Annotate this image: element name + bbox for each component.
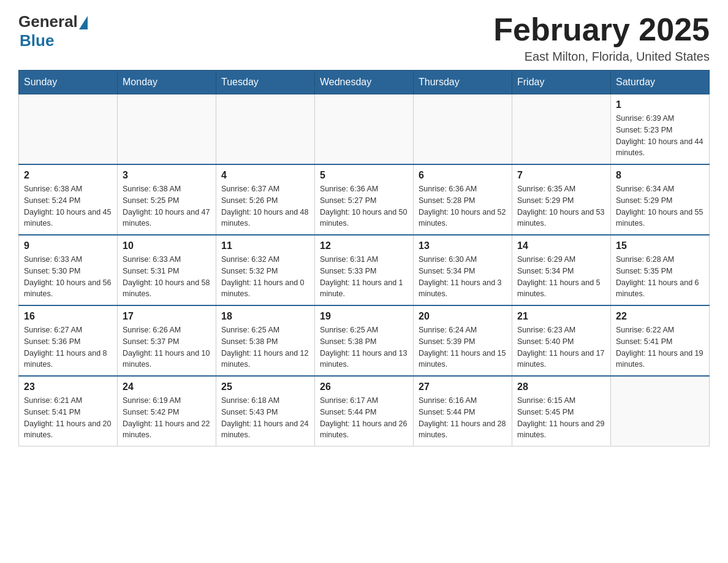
calendar-header-friday: Friday (512, 71, 611, 94)
day-info: Sunrise: 6:31 AMSunset: 5:33 PMDaylight:… (320, 254, 408, 300)
day-info: Sunrise: 6:16 AMSunset: 5:44 PMDaylight:… (419, 395, 507, 441)
day-info: Sunrise: 6:37 AMSunset: 5:26 PMDaylight:… (221, 183, 309, 229)
calendar-cell: 28Sunrise: 6:15 AMSunset: 5:45 PMDayligh… (512, 376, 611, 446)
calendar-cell: 19Sunrise: 6:25 AMSunset: 5:38 PMDayligh… (315, 305, 414, 376)
day-number: 24 (123, 381, 211, 393)
day-number: 26 (320, 381, 408, 393)
calendar-table: SundayMondayTuesdayWednesdayThursdayFrid… (18, 70, 710, 446)
day-info: Sunrise: 6:32 AMSunset: 5:32 PMDaylight:… (221, 254, 309, 300)
day-number: 17 (123, 311, 211, 322)
calendar-cell: 26Sunrise: 6:17 AMSunset: 5:44 PMDayligh… (315, 376, 414, 446)
day-info: Sunrise: 6:38 AMSunset: 5:25 PMDaylight:… (123, 183, 211, 229)
calendar-week-row: 23Sunrise: 6:21 AMSunset: 5:41 PMDayligh… (19, 376, 710, 446)
calendar-cell: 10Sunrise: 6:33 AMSunset: 5:31 PMDayligh… (118, 235, 216, 305)
day-number: 21 (517, 311, 605, 322)
logo-general-text: General (18, 12, 78, 31)
calendar-cell (414, 94, 512, 165)
calendar-week-row: 1Sunrise: 6:39 AMSunset: 5:23 PMDaylight… (19, 94, 710, 165)
calendar-cell: 22Sunrise: 6:22 AMSunset: 5:41 PMDayligh… (611, 305, 710, 376)
day-info: Sunrise: 6:21 AMSunset: 5:41 PMDaylight:… (24, 395, 112, 441)
calendar-cell: 24Sunrise: 6:19 AMSunset: 5:42 PMDayligh… (118, 376, 216, 446)
calendar-cell: 1Sunrise: 6:39 AMSunset: 5:23 PMDaylight… (611, 94, 710, 165)
day-info: Sunrise: 6:17 AMSunset: 5:44 PMDaylight:… (320, 395, 408, 441)
day-number: 6 (419, 170, 507, 181)
day-info: Sunrise: 6:15 AMSunset: 5:45 PMDaylight:… (517, 395, 605, 441)
day-number: 2 (24, 170, 112, 181)
day-info: Sunrise: 6:24 AMSunset: 5:39 PMDaylight:… (419, 324, 507, 370)
day-info: Sunrise: 6:28 AMSunset: 5:35 PMDaylight:… (616, 254, 704, 300)
calendar-cell: 17Sunrise: 6:26 AMSunset: 5:37 PMDayligh… (118, 305, 216, 376)
day-info: Sunrise: 6:38 AMSunset: 5:24 PMDaylight:… (24, 183, 112, 229)
calendar-cell (118, 94, 216, 165)
day-info: Sunrise: 6:22 AMSunset: 5:41 PMDaylight:… (616, 324, 704, 370)
location-subtitle: East Milton, Florida, United States (493, 50, 710, 64)
calendar-cell (216, 94, 315, 165)
day-number: 25 (221, 381, 309, 393)
calendar-cell: 13Sunrise: 6:30 AMSunset: 5:34 PMDayligh… (414, 235, 512, 305)
calendar-cell: 21Sunrise: 6:23 AMSunset: 5:40 PMDayligh… (512, 305, 611, 376)
calendar-header-thursday: Thursday (414, 71, 512, 94)
day-info: Sunrise: 6:25 AMSunset: 5:38 PMDaylight:… (320, 324, 408, 370)
calendar-cell (315, 94, 414, 165)
day-number: 19 (320, 311, 408, 322)
day-info: Sunrise: 6:34 AMSunset: 5:29 PMDaylight:… (616, 183, 704, 229)
calendar-header-saturday: Saturday (611, 71, 710, 94)
day-number: 28 (517, 381, 605, 393)
calendar-cell: 3Sunrise: 6:38 AMSunset: 5:25 PMDaylight… (118, 164, 216, 235)
day-number: 1 (616, 99, 704, 110)
calendar-header-monday: Monday (118, 71, 216, 94)
calendar-week-row: 16Sunrise: 6:27 AMSunset: 5:36 PMDayligh… (19, 305, 710, 376)
calendar-cell: 2Sunrise: 6:38 AMSunset: 5:24 PMDaylight… (19, 164, 118, 235)
day-number: 15 (616, 240, 704, 251)
day-info: Sunrise: 6:19 AMSunset: 5:42 PMDaylight:… (123, 395, 211, 441)
calendar-cell: 11Sunrise: 6:32 AMSunset: 5:32 PMDayligh… (216, 235, 315, 305)
day-number: 18 (221, 311, 309, 322)
calendar-cell: 9Sunrise: 6:33 AMSunset: 5:30 PMDaylight… (19, 235, 118, 305)
day-info: Sunrise: 6:33 AMSunset: 5:30 PMDaylight:… (24, 254, 112, 300)
calendar-cell (19, 94, 118, 165)
calendar-cell: 20Sunrise: 6:24 AMSunset: 5:39 PMDayligh… (414, 305, 512, 376)
calendar-week-row: 2Sunrise: 6:38 AMSunset: 5:24 PMDaylight… (19, 164, 710, 235)
calendar-cell: 4Sunrise: 6:37 AMSunset: 5:26 PMDaylight… (216, 164, 315, 235)
calendar-cell: 5Sunrise: 6:36 AMSunset: 5:27 PMDaylight… (315, 164, 414, 235)
day-number: 13 (419, 240, 507, 251)
calendar-cell: 7Sunrise: 6:35 AMSunset: 5:29 PMDaylight… (512, 164, 611, 235)
calendar-cell: 16Sunrise: 6:27 AMSunset: 5:36 PMDayligh… (19, 305, 118, 376)
day-number: 27 (419, 381, 507, 393)
month-title: February 2025 (493, 12, 710, 47)
day-info: Sunrise: 6:23 AMSunset: 5:40 PMDaylight:… (517, 324, 605, 370)
calendar-header-row: SundayMondayTuesdayWednesdayThursdayFrid… (19, 71, 710, 94)
day-number: 14 (517, 240, 605, 251)
day-info: Sunrise: 6:33 AMSunset: 5:31 PMDaylight:… (123, 254, 211, 300)
calendar-header-wednesday: Wednesday (315, 71, 414, 94)
day-info: Sunrise: 6:30 AMSunset: 5:34 PMDaylight:… (419, 254, 507, 300)
day-info: Sunrise: 6:18 AMSunset: 5:43 PMDaylight:… (221, 395, 309, 441)
day-number: 12 (320, 240, 408, 251)
day-number: 5 (320, 170, 408, 181)
page-header: General Blue February 2025 East Milton, … (18, 12, 710, 64)
calendar-cell: 27Sunrise: 6:16 AMSunset: 5:44 PMDayligh… (414, 376, 512, 446)
calendar-cell: 6Sunrise: 6:36 AMSunset: 5:28 PMDaylight… (414, 164, 512, 235)
calendar-cell: 23Sunrise: 6:21 AMSunset: 5:41 PMDayligh… (19, 376, 118, 446)
calendar-cell: 12Sunrise: 6:31 AMSunset: 5:33 PMDayligh… (315, 235, 414, 305)
calendar-header-tuesday: Tuesday (216, 71, 315, 94)
calendar-cell: 8Sunrise: 6:34 AMSunset: 5:29 PMDaylight… (611, 164, 710, 235)
day-info: Sunrise: 6:36 AMSunset: 5:27 PMDaylight:… (320, 183, 408, 229)
calendar-cell: 14Sunrise: 6:29 AMSunset: 5:34 PMDayligh… (512, 235, 611, 305)
day-info: Sunrise: 6:27 AMSunset: 5:36 PMDaylight:… (24, 324, 112, 370)
day-number: 9 (24, 240, 112, 251)
title-block: February 2025 East Milton, Florida, Unit… (493, 12, 710, 64)
calendar-cell: 15Sunrise: 6:28 AMSunset: 5:35 PMDayligh… (611, 235, 710, 305)
calendar-cell: 18Sunrise: 6:25 AMSunset: 5:38 PMDayligh… (216, 305, 315, 376)
logo-blue-text: Blue (20, 31, 54, 50)
calendar-header-sunday: Sunday (19, 71, 118, 94)
calendar-cell: 25Sunrise: 6:18 AMSunset: 5:43 PMDayligh… (216, 376, 315, 446)
day-number: 20 (419, 311, 507, 322)
logo: General Blue (18, 12, 88, 50)
day-number: 3 (123, 170, 211, 181)
logo-triangle-icon (79, 16, 88, 29)
day-info: Sunrise: 6:26 AMSunset: 5:37 PMDaylight:… (123, 324, 211, 370)
day-number: 23 (24, 381, 112, 393)
calendar-cell (512, 94, 611, 165)
day-info: Sunrise: 6:29 AMSunset: 5:34 PMDaylight:… (517, 254, 605, 300)
